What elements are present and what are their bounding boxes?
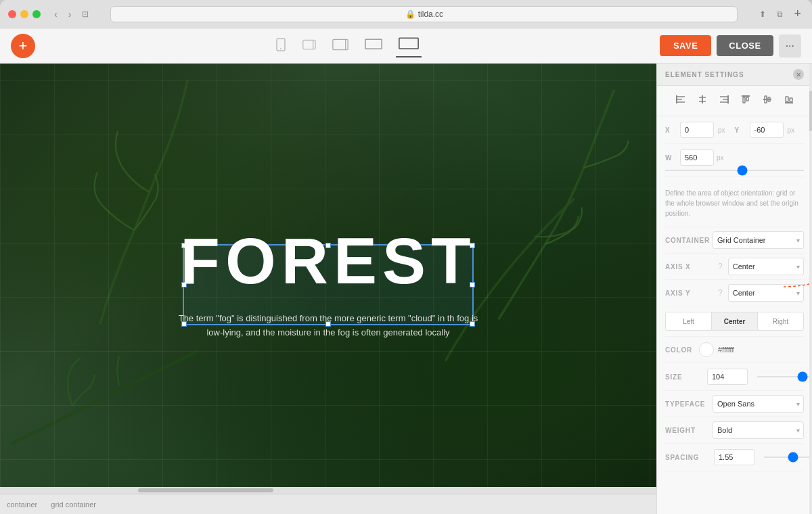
axis-y-label: AXIS Y: [665, 289, 713, 297]
panel-scrollbar-thumb: [809, 91, 812, 131]
spacing-input[interactable]: [714, 449, 754, 465]
new-tab-button[interactable]: +: [791, 5, 804, 22]
browser-titlebar: ‹ › ⊡ 🔒 tilda.cc ⬆ ⧉ +: [0, 0, 812, 28]
xy-position-row: X px Y px: [665, 116, 804, 144]
align-top-icon[interactable]: [739, 93, 752, 109]
url-text: tilda.cc: [418, 9, 443, 19]
width-slider-row: [665, 167, 804, 177]
svg-rect-20: [743, 97, 745, 103]
canvas-background: FOREST The term "fog" is distinguished f…: [0, 64, 656, 514]
spacing-row: SPACING: [665, 444, 804, 471]
save-button[interactable]: SAVE: [660, 35, 711, 56]
size-slider[interactable]: [757, 376, 812, 377]
close-button[interactable]: CLOSE: [717, 35, 773, 56]
add-element-button[interactable]: +: [11, 34, 35, 58]
axis-y-row: AXIS Y ? Top Center Bottom ▾: [665, 280, 804, 306]
size-label: SIZE: [665, 373, 699, 381]
x-unit: px: [718, 126, 725, 134]
typeface-row: TYPEFACE Open Sans Arial Georgia ▾: [665, 391, 804, 417]
size-input[interactable]: [707, 369, 748, 385]
axis-buttons-container: Left Center Right: [665, 306, 804, 337]
device-selector: [43, 34, 652, 57]
orientation-description: Define the area of object orientation: g…: [665, 183, 804, 221]
svg-rect-27: [790, 98, 792, 101]
duplicate-tab-button[interactable]: ⧉: [774, 8, 786, 20]
desktop-device-icon[interactable]: [396, 34, 422, 57]
panel-scrollbar[interactable]: [809, 64, 812, 514]
spacing-slider[interactable]: [764, 457, 812, 458]
weight-label: WEIGHT: [665, 427, 713, 434]
axis-x-help-icon[interactable]: ?: [718, 262, 723, 271]
w-label: W: [665, 154, 676, 162]
svg-rect-7: [399, 38, 418, 49]
horizontal-scrollbar[interactable]: [0, 487, 656, 494]
svg-rect-26: [786, 97, 788, 101]
alignment-toolbar: [657, 86, 812, 116]
typeface-label: TYPEFACE: [665, 400, 713, 408]
browser-window: ‹ › ⊡ 🔒 tilda.cc ⬆ ⧉ + +: [0, 0, 812, 514]
axis-button-group: Left Center Right: [665, 312, 804, 331]
weight-select[interactable]: Regular Bold Light: [713, 421, 804, 439]
grid-container-label: grid container: [51, 500, 96, 509]
axis-left-button[interactable]: Left: [666, 312, 712, 330]
toolbar-actions: SAVE CLOSE ···: [660, 34, 801, 57]
container-label: container: [7, 500, 37, 509]
tablet-device-icon[interactable]: [330, 36, 351, 56]
color-row: COLOR #ffffff: [665, 337, 804, 363]
mobile-device-icon[interactable]: [273, 35, 289, 57]
weight-row: WEIGHT Regular Bold Light ▾: [665, 417, 804, 444]
reader-icon: ⊡: [79, 8, 91, 20]
align-center-vertical-icon[interactable]: [696, 93, 709, 109]
align-right-icon[interactable]: [717, 93, 731, 109]
more-options-button[interactable]: ···: [779, 34, 801, 57]
bottom-bar: container grid container: [0, 494, 656, 514]
minimize-window-button[interactable]: [20, 10, 28, 18]
y-unit: px: [788, 126, 795, 134]
weight-select-wrapper: Regular Bold Light ▾: [713, 421, 804, 439]
color-swatch[interactable]: [699, 342, 714, 357]
scrollbar-thumb[interactable]: [138, 488, 273, 492]
x-label: X: [665, 126, 676, 134]
width-slider[interactable]: [665, 170, 804, 171]
panel-close-button[interactable]: ✕: [793, 69, 804, 80]
element-settings-panel: ELEMENT SETTINGS ✕: [656, 64, 812, 514]
container-select[interactable]: Grid Container Browser Window: [713, 231, 804, 249]
y-label: Y: [735, 126, 746, 134]
axis-right-button[interactable]: Right: [758, 312, 803, 330]
address-bar[interactable]: 🔒 tilda.cc: [110, 6, 738, 22]
canvas-description: The term "fog" is distinguished from the…: [159, 312, 497, 340]
container-select-wrapper: Grid Container Browser Window ▾: [713, 231, 804, 249]
align-middle-icon[interactable]: [761, 93, 774, 109]
container-label-text: CONTAINER: [665, 237, 713, 244]
canvas-area[interactable]: FOREST The term "fog" is distinguished f…: [0, 64, 656, 514]
width-input[interactable]: [680, 149, 714, 166]
svg-point-1: [280, 48, 281, 49]
distribute-icon[interactable]: [782, 93, 796, 109]
size-row: SIZE: [665, 363, 804, 391]
svg-rect-6: [365, 39, 382, 49]
panel-form: X px Y px W px Define: [657, 116, 812, 514]
x-input[interactable]: [680, 122, 714, 138]
y-input[interactable]: [750, 122, 784, 138]
share-button[interactable]: ⬆: [757, 8, 769, 20]
axis-center-button[interactable]: Center: [712, 312, 758, 330]
panel-title: ELEMENT SETTINGS: [665, 71, 744, 78]
axis-y-help-icon[interactable]: ?: [718, 288, 723, 298]
description-row: Define the area of object orientation: g…: [665, 177, 804, 227]
traffic-lights: [8, 10, 41, 18]
close-window-button[interactable]: [8, 10, 16, 18]
width-row: W px: [665, 144, 804, 167]
forward-button[interactable]: ›: [66, 7, 74, 21]
back-button[interactable]: ‹: [51, 7, 60, 21]
main-content: FOREST The term "fog" is distinguished f…: [0, 64, 812, 514]
desktop-small-device-icon[interactable]: [362, 36, 385, 56]
forest-heading: FOREST: [180, 224, 476, 298]
tablet-small-device-icon[interactable]: [300, 37, 319, 55]
axis-x-label: AXIS X: [665, 263, 713, 271]
color-label: COLOR: [665, 346, 699, 354]
align-left-icon[interactable]: [674, 93, 687, 109]
dashed-annotation: [784, 273, 812, 300]
svg-rect-21: [746, 97, 748, 101]
maximize-window-button[interactable]: [32, 10, 41, 18]
typeface-select[interactable]: Open Sans Arial Georgia: [713, 395, 804, 413]
